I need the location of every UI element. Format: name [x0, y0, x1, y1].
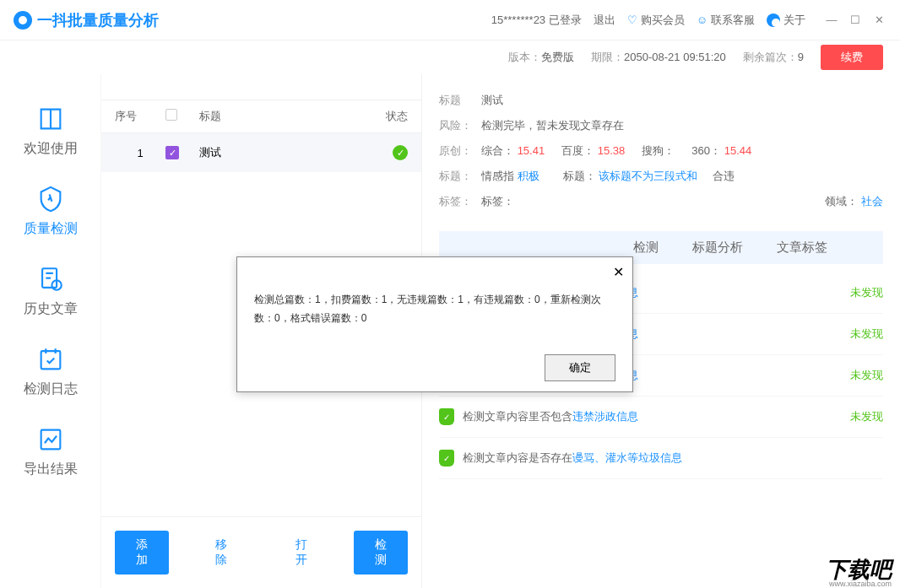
document-clock-icon	[36, 265, 65, 294]
remove-button[interactable]: 移除	[194, 531, 248, 575]
modal-text: 检测总篇数：1，扣费篇数：1，无违规篇数：1，有违规篇数：0，重新检测次数：0，…	[237, 257, 632, 344]
risk-value: 检测完毕，暂未发现文章存在	[481, 118, 624, 133]
orig-label: 原创：	[439, 143, 474, 159]
sidebar-item-export[interactable]: 导出结果	[0, 412, 100, 492]
contact-label: 联系客服	[711, 13, 755, 28]
about-label: 关于	[783, 13, 805, 28]
emotion-value: 积极	[518, 170, 539, 182]
td-title: 测试	[199, 145, 366, 160]
add-button[interactable]: 添加	[115, 531, 169, 575]
check-text: 检测文章内容里否包含违禁涉政信息	[463, 409, 842, 424]
sidebar-label: 导出结果	[24, 461, 78, 478]
th-status: 状态	[366, 109, 408, 124]
svg-rect-2	[41, 351, 60, 369]
headset-icon: ☺	[697, 13, 708, 26]
check-item: ✓ 检测文章内容里否包含违禁涉政信息 未发现	[439, 396, 883, 438]
row-checkbox[interactable]: ✓	[165, 146, 179, 159]
check-result: 未发现	[850, 326, 883, 342]
sidebar-item-history[interactable]: 历史文章	[0, 251, 100, 332]
maximize-button[interactable]: ☐	[848, 13, 863, 28]
table-row[interactable]: 1 ✓ 测试 ✓	[101, 133, 421, 172]
version-value: 免费版	[541, 51, 574, 63]
th-checkbox[interactable]	[165, 109, 199, 124]
risk-label: 风险：	[439, 118, 474, 133]
tab-detect[interactable]: 检测	[633, 240, 659, 256]
check-result: 未发现	[850, 409, 883, 424]
book-icon	[36, 105, 65, 133]
shield-ok-icon: ✓	[439, 408, 454, 425]
chart-export-icon	[36, 425, 65, 454]
shield-ok-icon: ✓	[439, 450, 454, 467]
360-label: 360：	[691, 144, 721, 157]
about-link[interactable]: 关于	[767, 13, 805, 28]
detect-button[interactable]: 检测	[354, 531, 408, 575]
violation-label: 合违	[713, 169, 735, 184]
sidebar-item-log[interactable]: 检测日志	[0, 332, 100, 412]
tab-title-analysis[interactable]: 标题分析	[692, 240, 743, 256]
remain-value: 9	[798, 51, 804, 63]
tags-label: 标签：	[439, 194, 474, 209]
tags-sub-label: 标签：	[481, 194, 514, 209]
check-item: ✓ 检测文章内容是否存在谩骂、灌水等垃圾信息	[439, 438, 883, 479]
modal-ok-button[interactable]: 确定	[545, 354, 615, 381]
title-result-value: 该标题不为三段式和	[599, 170, 697, 182]
logo-icon	[14, 11, 32, 30]
title-result-label: 标题：	[563, 170, 596, 182]
check-result: 未发现	[850, 368, 883, 383]
minimize-button[interactable]: —	[824, 13, 839, 28]
360-score: 15.44	[724, 144, 752, 157]
combined-score: 15.41	[518, 144, 545, 157]
domain-label: 领域：	[825, 195, 858, 208]
sidebar-label: 历史文章	[24, 300, 78, 318]
calendar-icon	[36, 345, 65, 374]
about-icon	[767, 13, 780, 27]
expire-label: 期限：	[591, 51, 624, 63]
shield-icon	[36, 185, 65, 213]
close-button[interactable]: ✕	[871, 13, 886, 28]
heart-icon: ♡	[627, 13, 637, 26]
status-ok-icon: ✓	[393, 145, 408, 160]
sidebar-label: 欢迎使用	[24, 140, 78, 158]
th-title: 标题	[199, 109, 366, 124]
check-link[interactable]: 违禁涉政信息	[572, 410, 638, 423]
sidebar-item-quality[interactable]: 质量检测	[0, 171, 100, 251]
emotion-label: 情感指	[481, 170, 514, 182]
version-label: 版本：	[508, 51, 541, 63]
expire-value: 2050-08-21 09:51:20	[624, 51, 726, 63]
baidu-score: 15.38	[598, 144, 626, 157]
sidebar-label: 检测日志	[24, 380, 78, 398]
open-button[interactable]: 打开	[274, 531, 328, 575]
combined-label: 综合：	[481, 144, 514, 157]
tab-article-tags[interactable]: 文章标签	[777, 240, 827, 256]
app-title: 一抖批量质量分析	[37, 10, 159, 30]
result-modal: ✕ 检测总篇数：1，扣费篇数：1，无违规篇数：1，有违规篇数：0，重新检测次数：…	[236, 256, 633, 392]
app-logo: 一抖批量质量分析	[14, 10, 159, 30]
sidebar-label: 质量检测	[24, 220, 78, 238]
watermark-sub: www.xiazaiba.com	[829, 580, 892, 588]
modal-close-button[interactable]: ✕	[613, 264, 624, 280]
user-status: 15*******23 已登录	[491, 13, 582, 28]
check-result: 未发现	[850, 285, 883, 300]
th-index: 序号	[115, 109, 165, 124]
buy-vip-label: 购买会员	[641, 13, 685, 28]
title-value: 测试	[481, 93, 503, 108]
td-index: 1	[115, 147, 165, 159]
remain-label: 剩余篇次：	[743, 51, 798, 63]
title-analysis-label: 标题：	[439, 169, 474, 184]
sogou-label: 搜狗：	[642, 143, 675, 159]
check-text: 检测文章内容是否存在谩骂、灌水等垃圾信息	[463, 450, 875, 466]
check-link[interactable]: 谩骂、灌水等垃圾信息	[572, 451, 682, 464]
renew-button[interactable]: 续费	[821, 45, 883, 70]
contact-link[interactable]: ☺ 联系客服	[697, 13, 755, 28]
title-label: 标题	[439, 93, 474, 108]
sidebar-item-welcome[interactable]: 欢迎使用	[0, 91, 100, 171]
domain-value: 社会	[861, 195, 883, 208]
buy-vip-link[interactable]: ♡ 购买会员	[627, 13, 685, 28]
baidu-label: 百度：	[561, 144, 594, 157]
logout-link[interactable]: 退出	[594, 13, 615, 28]
